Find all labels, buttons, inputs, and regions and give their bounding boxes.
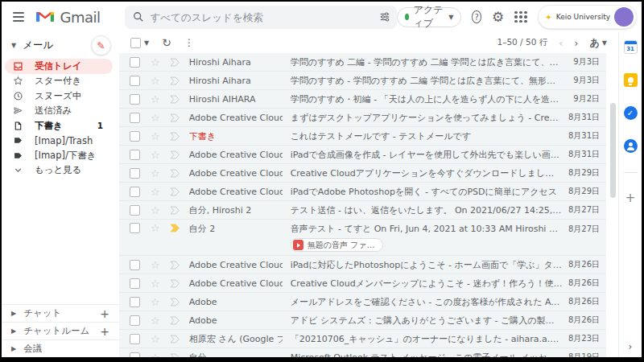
importance-marker-icon[interactable] xyxy=(169,352,180,358)
search-bar[interactable] xyxy=(125,6,397,29)
email-row[interactable]: ☆ Adobe Creative Cloud iPadに対応したPhotosho… xyxy=(119,256,606,274)
email-checkbox[interactable] xyxy=(130,278,140,289)
email-row[interactable]: ☆ Hiroshi Aihara 学問のすすめ学問のすすめ 二編 学問とは広き言… xyxy=(119,72,606,90)
email-row[interactable]: ☆ 相原宏 さん (Google フ… 「20210706_キャッシュ」のオーナ… xyxy=(119,330,606,348)
email-row[interactable]: ☆ 自分 Microsoft Outlook テスト メッセージこの電子メール … xyxy=(119,348,606,357)
star-icon[interactable]: ☆ xyxy=(151,278,160,289)
calendar-icon[interactable]: 31 xyxy=(624,40,638,54)
avatar[interactable] xyxy=(614,7,634,27)
email-row[interactable]: ☆ Adobe Creative Cloud iPadでAdobe Photos… xyxy=(119,183,606,201)
mail-section-header[interactable]: ▼ メール ✎ xyxy=(2,34,119,59)
importance-marker-icon[interactable] xyxy=(169,260,180,270)
email-row[interactable]: ☆ Adobe アドビ システムズ：ご購入ありがとうございますご購入の製品をさっ… xyxy=(119,311,606,330)
gmail-logo[interactable]: Gmail xyxy=(35,9,100,26)
star-icon[interactable]: ☆ xyxy=(151,94,160,105)
add-room-button[interactable]: + xyxy=(100,325,109,338)
email-checkbox[interactable] xyxy=(130,334,140,344)
sidebar-section-chat[interactable]: ▶ チャット + xyxy=(2,304,119,322)
importance-marker-icon[interactable] xyxy=(169,297,180,307)
account-badge[interactable]: ✦ Keio University xyxy=(538,5,637,29)
sidebar-section-rooms[interactable]: ▶ チャットルーム + xyxy=(2,322,119,339)
star-icon[interactable]: ☆ xyxy=(151,187,160,197)
search-options-tune-icon[interactable] xyxy=(379,11,390,23)
importance-marker-icon[interactable] xyxy=(169,76,180,86)
main-menu-icon[interactable] xyxy=(13,12,24,22)
star-icon[interactable]: ☆ xyxy=(151,334,160,344)
importance-marker-icon[interactable] xyxy=(169,57,180,68)
email-row[interactable]: ☆ Adobe Creative Cloud Creative Cloudアプリ… xyxy=(119,164,606,183)
email-checkbox[interactable] xyxy=(130,205,140,216)
email-row[interactable]: ☆ Hiroshi AIHARA 学問のすすめ・初編「天は人の上に人を造らず人の… xyxy=(119,90,606,109)
importance-marker-icon[interactable] xyxy=(169,131,180,142)
importance-marker-icon[interactable] xyxy=(169,205,180,216)
email-checkbox[interactable] xyxy=(130,315,140,326)
keep-icon[interactable] xyxy=(624,73,638,87)
sidebar-item-snoozed[interactable]: スヌーズ中 xyxy=(2,88,113,104)
email-row[interactable]: ☆ 下書き これはテストメールですテストメールです 8月31日 xyxy=(119,127,606,146)
email-row[interactable]: ☆ 自分 2 音声テストてすと On Fri, Jun 4, 2021 at 1… xyxy=(119,220,606,256)
compose-button[interactable]: ✎ xyxy=(91,35,111,56)
star-icon[interactable]: ☆ xyxy=(151,150,160,160)
attachment-chip[interactable]: 無題の音声 ファ… xyxy=(291,238,383,252)
email-checkbox[interactable] xyxy=(130,57,140,68)
next-page-button[interactable]: › xyxy=(574,37,578,49)
star-icon[interactable]: ☆ xyxy=(151,76,160,86)
email-row[interactable]: ☆ Adobe Creative Cloud Creative Cloudメンバ… xyxy=(119,274,606,293)
tasks-icon[interactable]: ✓ xyxy=(624,106,638,120)
email-checkbox[interactable] xyxy=(130,113,140,123)
importance-marker-icon[interactable] xyxy=(169,150,180,160)
email-checkbox[interactable] xyxy=(130,131,140,142)
star-icon[interactable]: ☆ xyxy=(151,352,160,358)
sidebar-item-sent[interactable]: 送信済み xyxy=(2,104,113,119)
email-checkbox[interactable] xyxy=(130,94,140,105)
search-input[interactable] xyxy=(151,11,373,23)
importance-marker-icon[interactable] xyxy=(169,315,180,326)
importance-marker-icon[interactable] xyxy=(169,168,180,179)
importance-marker-icon[interactable] xyxy=(169,113,180,123)
star-icon[interactable]: ☆ xyxy=(151,57,160,68)
apps-grid-button[interactable] xyxy=(514,11,527,23)
star-icon[interactable]: ☆ xyxy=(151,113,160,123)
sidebar-item-drafts[interactable]: 下書き 1 xyxy=(2,118,113,134)
add-chat-button[interactable]: + xyxy=(100,307,109,320)
select-all-checkbox[interactable] xyxy=(130,38,141,48)
importance-marker-icon[interactable] xyxy=(169,94,180,105)
input-tools-button[interactable]: あ▼ xyxy=(590,36,607,50)
refresh-button[interactable]: ↻ xyxy=(162,36,171,49)
email-checkbox[interactable] xyxy=(130,352,140,358)
email-row[interactable]: ☆ Hiroshi Aihara 学問のすすめ 二編学問のすすめ 二編 学問とは… xyxy=(119,53,606,72)
expand-side-panel-button[interactable]: › xyxy=(629,341,633,352)
email-row[interactable]: ☆ 自分, Hiroshi 2 テスト送信はい、返信をいたします。 On 202… xyxy=(119,201,606,220)
select-caret-icon[interactable]: ▼ xyxy=(144,39,149,47)
importance-marker-icon[interactable] xyxy=(169,223,180,233)
sidebar-item-more[interactable]: もっと見る xyxy=(2,163,113,179)
sidebar-section-meet[interactable]: ▶ 会議 xyxy=(2,339,119,357)
importance-marker-icon[interactable] xyxy=(169,278,180,289)
sidebar-item-imap-drafts[interactable]: [Imap]/下書き xyxy=(2,148,113,163)
star-icon[interactable]: ☆ xyxy=(151,260,160,270)
email-checkbox[interactable] xyxy=(130,297,140,307)
contacts-icon[interactable] xyxy=(624,139,638,153)
email-checkbox[interactable] xyxy=(130,260,140,270)
star-icon[interactable]: ☆ xyxy=(151,315,160,326)
star-icon[interactable]: ☆ xyxy=(151,168,160,179)
email-row[interactable]: ☆ Adobe Creative Cloud iPadで合成画像を作成レイヤーを… xyxy=(119,146,606,164)
star-icon[interactable]: ☆ xyxy=(151,223,160,233)
importance-marker-icon[interactable] xyxy=(169,334,180,344)
scrollbar-thumb[interactable] xyxy=(610,103,616,198)
help-button[interactable]: ? xyxy=(472,10,481,23)
email-checkbox[interactable] xyxy=(130,223,140,233)
get-addons-button[interactable]: + xyxy=(625,192,636,204)
star-icon[interactable]: ☆ xyxy=(151,205,160,216)
sidebar-item-starred[interactable]: スター付き xyxy=(2,74,113,89)
star-icon[interactable]: ☆ xyxy=(151,297,160,307)
status-selector[interactable]: アクティブ ▼ xyxy=(397,7,462,27)
email-row[interactable]: ☆ Adobe メールアドレスをご確認くださいこの度お客様が作成された Adob… xyxy=(119,293,606,311)
more-options-button[interactable]: ⋮ xyxy=(184,37,195,48)
sidebar-item-imap-trash[interactable]: [Imap]/Trash xyxy=(2,134,113,149)
email-checkbox[interactable] xyxy=(130,168,140,179)
importance-marker-icon[interactable] xyxy=(169,187,180,197)
email-checkbox[interactable] xyxy=(130,150,140,160)
settings-button[interactable]: ⚙ xyxy=(492,10,504,24)
email-checkbox[interactable] xyxy=(130,76,140,86)
